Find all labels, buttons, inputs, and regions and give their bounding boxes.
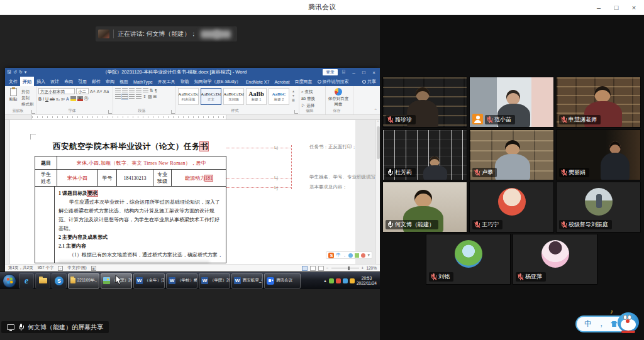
taskbar-ie-icon[interactable]: e	[19, 273, 34, 288]
redo-icon[interactable]: ↻	[19, 70, 23, 75]
zoom-slider-thumb[interactable]	[348, 266, 350, 270]
tab-endnote[interactable]: EndNote X7	[243, 77, 272, 86]
proofing-icon[interactable]: ✓	[58, 266, 63, 271]
grow-font-icon[interactable]: A˄	[90, 89, 96, 94]
print-layout-icon[interactable]	[310, 266, 316, 271]
tray-icon[interactable]	[329, 278, 334, 283]
read-mode-icon[interactable]	[302, 266, 308, 271]
tab-review[interactable]: 审阅	[103, 77, 117, 86]
taskbar-meeting-button[interactable]: 腾讯会议	[264, 273, 301, 288]
ime-punct-indicator[interactable]: ，	[597, 319, 605, 329]
format-painter-button[interactable]: 格式刷	[21, 102, 34, 107]
taskbar-explorer-icon[interactable]	[35, 273, 50, 288]
minimize-button[interactable]: –	[590, 0, 608, 15]
doc-body-text[interactable]: 1 课题目标及要求 学生应通过本次毕业设计，综合运用所学过的基础理论知识，深入了…	[55, 187, 226, 263]
shrink-font-icon[interactable]: A˅	[97, 89, 103, 94]
multilevel-list-icon[interactable]	[129, 88, 135, 93]
tray-expand-icon[interactable]: ▲	[323, 279, 327, 283]
word-close-button[interactable]: ×	[370, 70, 378, 75]
style-heading1[interactable]: AaBb 标题 1	[246, 88, 267, 105]
change-case-icon[interactable]: Aa	[104, 89, 109, 94]
page-indicator[interactable]: 第1页，共2页	[8, 265, 33, 271]
participant-tile-active-speaker[interactable]: 何文博（能建）	[382, 182, 467, 233]
horizontal-ruler[interactable]	[5, 115, 380, 120]
word-minimize-button[interactable]: –	[350, 70, 358, 75]
cut-button[interactable]: 剪切	[21, 89, 34, 95]
tell-me-search[interactable]: 操作说明搜索	[318, 77, 349, 86]
ime-wrench-icon[interactable]: ▾	[367, 253, 370, 258]
taskbar-word-button[interactable]: W （学校）桥..	[166, 273, 197, 288]
chevron-down-icon[interactable]: ▾	[25, 70, 27, 75]
taskbar-sogou-icon[interactable]: S	[52, 273, 67, 288]
superscript-button[interactable]: x²	[61, 97, 65, 101]
comment-text[interactable]: 学生姓名、学号、专业班级填写	[309, 174, 375, 180]
show-marks-icon[interactable]: ¶	[155, 89, 157, 93]
styles-more-icon[interactable]: ▦	[292, 98, 295, 102]
tab-mailings[interactable]: 邮件	[89, 77, 103, 86]
zoom-slider[interactable]	[331, 268, 359, 268]
ime-mode-indicator[interactable]: 中	[584, 319, 592, 329]
tab-help[interactable]: 帮助	[178, 77, 192, 86]
zoom-level[interactable]: 120%	[366, 266, 377, 270]
dialog-launcher-icon[interactable]	[171, 110, 175, 114]
comment-text[interactable]: 基本要求及内容：	[309, 184, 347, 190]
find-button[interactable]: ⌕ 查找	[301, 89, 315, 95]
participant-tile[interactable]: 申慧渊老师	[556, 77, 641, 128]
tab-design[interactable]: 设计	[48, 77, 62, 86]
align-center-icon[interactable]	[122, 94, 128, 99]
ribbon-display-options-icon[interactable]: ⌸	[340, 69, 348, 75]
collapse-ribbon-icon[interactable]: ⌃	[371, 108, 380, 114]
save-to-baidu-button[interactable]: 保存到百度网盘	[328, 88, 349, 107]
dialog-launcher-icon[interactable]	[31, 110, 35, 114]
tab-mathtype[interactable]: MathType	[131, 77, 155, 86]
participant-tile[interactable]: 路珍珍	[382, 77, 467, 128]
tab-acrobat[interactable]: Acrobat	[272, 77, 292, 86]
ime-mode-icon[interactable]: 中	[336, 252, 340, 258]
tray-network-icon[interactable]	[343, 278, 348, 283]
tab-insert[interactable]: 插入	[34, 77, 48, 86]
ime-tool-icon[interactable]	[361, 253, 365, 258]
align-left-icon[interactable]	[115, 94, 121, 99]
document-scrollbar[interactable]: ⌃	[375, 120, 380, 264]
web-layout-icon[interactable]	[318, 266, 324, 271]
text-effects-icon[interactable]: A	[66, 97, 69, 101]
tab-cnki-estudy[interactable]: 知网研学（原E-Study）	[192, 77, 243, 86]
styles-up-icon[interactable]: ▲	[292, 89, 295, 93]
taskbar-word-button[interactable]: W （学院）20..	[199, 273, 230, 288]
decrease-indent-icon[interactable]	[136, 88, 142, 93]
word-maximize-button[interactable]: □	[360, 70, 368, 75]
dialog-launcher-icon[interactable]	[294, 110, 298, 114]
zoom-in-icon[interactable]: +	[362, 266, 364, 270]
sogou-logo-icon[interactable]: S	[328, 253, 334, 258]
underline-button[interactable]: U	[45, 97, 48, 101]
paste-button[interactable]: 粘贴	[7, 88, 19, 102]
participant-tile[interactable]: 刘铭	[426, 234, 511, 285]
zoom-out-icon[interactable]: −	[326, 266, 329, 270]
tab-developer[interactable]: 开发工具	[155, 77, 178, 86]
quick-access-toolbar[interactable]: 🖫 ↺ ↻ ▾	[7, 70, 26, 75]
increase-indent-icon[interactable]	[143, 88, 148, 93]
font-color-icon[interactable]: A	[77, 96, 83, 101]
taskbar-folder-button[interactable]: 221109毕..	[68, 273, 99, 288]
tab-references[interactable]: 引用	[75, 77, 89, 86]
line-spacing-icon[interactable]: ⇕	[143, 94, 147, 99]
share-button[interactable]: 共享	[362, 77, 379, 86]
language-indicator[interactable]: 中文(中国)	[67, 265, 86, 271]
italic-button[interactable]: I	[43, 97, 44, 101]
sogou-ime-toolbar[interactable]: S 中 ， ▾	[326, 251, 372, 259]
vertical-ruler[interactable]	[5, 120, 10, 264]
strikethrough-button[interactable]: ab	[50, 97, 55, 101]
document-canvas[interactable]: ⌃ 西安航空学院本科毕业设计（论文）任务书 题目 宋体,小四,加粗（数字、英文 …	[5, 120, 380, 264]
shading-icon[interactable]: ▨	[148, 94, 152, 99]
tab-baidu-pan[interactable]: 百度网盘	[292, 77, 315, 86]
enclose-character-icon[interactable]: ⓐ	[84, 96, 89, 102]
login-button[interactable]: 登录	[323, 69, 338, 75]
tab-file[interactable]: 文件	[6, 77, 20, 86]
participant-tile[interactable]: 卢攀	[469, 129, 554, 180]
justify-icon[interactable]	[136, 94, 142, 99]
taskbar-word-button[interactable]: W 西安航空_毕..	[231, 273, 263, 288]
tab-home[interactable]: 开始	[20, 77, 34, 86]
participant-tile[interactable]: 王巧宁	[469, 182, 554, 233]
participant-tile[interactable]: 樊丽娟	[556, 129, 641, 180]
word-count[interactable]: 957 个字	[38, 265, 54, 271]
